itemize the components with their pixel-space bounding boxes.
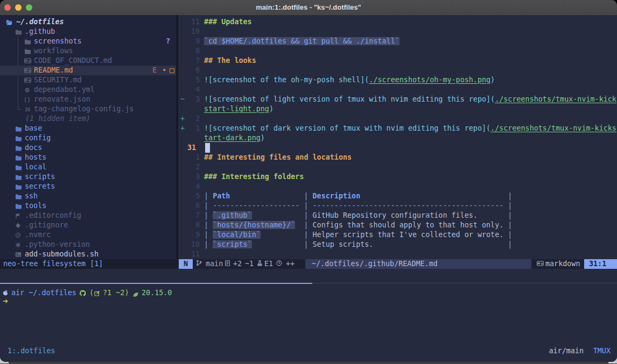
updates-icon: [276, 259, 282, 269]
tmux-pane-border-active: [0, 283, 312, 284]
tree-item-tag-changelog-config.js[interactable]: JStag-changelog-config.js: [0, 104, 176, 114]
github-icon: [79, 290, 86, 299]
folder-icon: [15, 153, 25, 162]
editor-line[interactable]: +2: [178, 114, 617, 124]
line-text: ## Interesting files and locations: [204, 153, 352, 162]
tree-item-scripts[interactable]: scripts: [0, 172, 176, 182]
neotree-status-label: neo-tree filesystem [1]: [3, 259, 103, 269]
tree-item-.gitignore[interactable]: .gitignore: [0, 220, 176, 230]
filetype-icon: [537, 259, 544, 269]
tmux-status-bar: 1:.dotfiles air/main TMUX: [0, 346, 617, 356]
git-branch-icon: [196, 259, 202, 269]
gear-icon: [24, 85, 34, 95]
editor-line[interactable]: start-light.png): [178, 104, 617, 114]
updates-count: ++: [286, 259, 295, 269]
tree-item-label: (1 hidden item): [25, 114, 90, 124]
line-number: 8: [187, 46, 200, 56]
line-text: | `hosts/{hostname}/` | Configs that sho…: [204, 220, 512, 230]
line-text: | Path | Description |: [204, 191, 512, 201]
tree-item-base[interactable]: base: [0, 124, 176, 133]
line-number: 4: [187, 85, 200, 95]
tree-item-label: .gitignore: [25, 220, 68, 230]
shell-input-line[interactable]: ➜: [0, 298, 26, 308]
line-number: 6: [187, 201, 200, 211]
asterisk-icon: [15, 240, 25, 249]
editor-line[interactable]: 8| `hosts/{hostname}/` | Configs that sh…: [178, 220, 617, 230]
editor-line[interactable]: 9| `local/bin` | Helper scripts that I'v…: [178, 230, 617, 240]
neotree-statusline: neo-tree filesystem [1]: [0, 259, 178, 269]
folder-icon: [15, 191, 25, 201]
editor-line[interactable]: 11### Updates: [178, 17, 617, 27]
line-text: tart-dark.png): [204, 133, 265, 143]
editor-line[interactable]: 6| -------------------- | --------------…: [178, 201, 617, 211]
editor-line[interactable]: 4: [178, 85, 617, 95]
editor-line[interactable]: 2: [178, 162, 617, 172]
tree-item-tools[interactable]: tools: [0, 201, 176, 211]
editor-line[interactable]: 8: [178, 46, 617, 56]
folder-icon: [15, 143, 25, 153]
git-open-paren: (: [89, 289, 94, 297]
line-number: 9: [187, 230, 200, 240]
tree-item-dependabot.yml[interactable]: dependabot.yml: [0, 85, 176, 95]
editor-line[interactable]: +1![screenshot of dark version of tmux w…: [178, 124, 617, 133]
tree-item-.github[interactable]: .github: [0, 27, 176, 37]
editor-line[interactable]: 7## The looks: [178, 56, 617, 66]
editor-line[interactable]: 1## Interesting files and locations: [178, 153, 617, 162]
prompt-host-path: air ~/.dotfiles: [11, 288, 76, 298]
tree-item-.nvmrc[interactable]: .nvmrc: [0, 230, 176, 240]
tree-item-secrets[interactable]: secrets: [0, 182, 176, 191]
tree-item-label: .editorconfig: [25, 211, 81, 220]
editor-line[interactable]: 5![screenshot of the oh-my-posh shell](.…: [178, 75, 617, 85]
file-path-segment: ~/.dotfiles/.github/README.md: [305, 259, 531, 269]
editor-line[interactable]: 10: [178, 27, 617, 37]
braces-icon: [24, 95, 34, 104]
tree-item-local[interactable]: local: [0, 162, 176, 172]
tree-item-label: renovate.json: [34, 95, 90, 104]
tree-item-ssh[interactable]: ssh: [0, 191, 176, 201]
tree-item-code-of-conduct.md[interactable]: CODE_OF_CONDUCT.md: [0, 56, 176, 66]
line-number: 2: [187, 114, 200, 124]
tree-item-security.md[interactable]: SECURITY.md: [0, 75, 176, 85]
line-text: ### Interesting folders: [204, 172, 304, 182]
editor-line[interactable]: 7| `.github` | GitHub Repository configu…: [178, 211, 617, 220]
tree-item--1-hidden-item-[interactable]: (1 hidden item): [0, 114, 176, 124]
tree-item-docs[interactable]: docs: [0, 143, 176, 153]
tmux-window-label[interactable]: 1:.dotfiles: [8, 346, 55, 356]
tree-item-config[interactable]: config: [0, 133, 176, 143]
tree-item-renovate.json[interactable]: renovate.json: [0, 95, 176, 104]
tree-item-label: config: [25, 133, 51, 143]
edit-icon: [94, 289, 103, 297]
filetype-label: markdown: [545, 259, 580, 269]
tree-item--.dotfiles[interactable]: ~/.dotfiles: [0, 17, 176, 27]
editor-line[interactable]: 4: [178, 182, 617, 191]
editor-line[interactable]: 6: [178, 66, 617, 75]
tree-item-.python-version[interactable]: .python-version: [0, 240, 176, 249]
tree-item-workflows[interactable]: workflows: [0, 46, 176, 56]
line-text: ![screenshot of dark version of tmux wit…: [204, 124, 616, 133]
folder-icon: [15, 162, 25, 172]
tree-item-.editorconfig[interactable]: .editorconfig: [0, 211, 176, 220]
line-text: ![screenshot of light version of tmux wi…: [204, 95, 616, 104]
diamond-icon: [15, 220, 25, 230]
editor-line[interactable]: 3### Interesting folders: [178, 172, 617, 182]
tree-item-label: local: [25, 162, 46, 172]
diff-file-icon: [225, 259, 230, 269]
editor-line[interactable]: ~3![screenshot of light version of tmux …: [178, 95, 617, 104]
editor-line[interactable]: 11: [178, 249, 617, 259]
tree-item-add-submodules.sh[interactable]: add-submodules.sh: [0, 249, 176, 259]
editor-line[interactable]: 5| Path | Description |: [178, 191, 617, 201]
editor-line[interactable]: 9`cd $HOME/.dotfiles && git pull && ./in…: [178, 37, 617, 46]
editor-line[interactable]: 31: [178, 143, 617, 153]
tree-item-hosts[interactable]: hosts: [0, 153, 176, 162]
tree-item-label: base: [25, 124, 42, 133]
tree-item-readme.md[interactable]: README.mdE•: [0, 66, 176, 75]
editor-line[interactable]: 10| `scripts` | Setup scripts. |: [178, 240, 617, 249]
tree-item-screenshots[interactable]: screenshots?: [0, 37, 176, 46]
editor-line[interactable]: tart-dark.png): [178, 133, 617, 143]
diff-modified: ~1: [245, 259, 254, 269]
line-text: | `.github` | GitHub Repository configur…: [204, 211, 512, 220]
tree-item-label: scripts: [25, 172, 55, 182]
diagnostic-error-mark: E: [152, 66, 157, 75]
line-number: 7: [187, 56, 200, 66]
shell-icon: [15, 249, 25, 259]
